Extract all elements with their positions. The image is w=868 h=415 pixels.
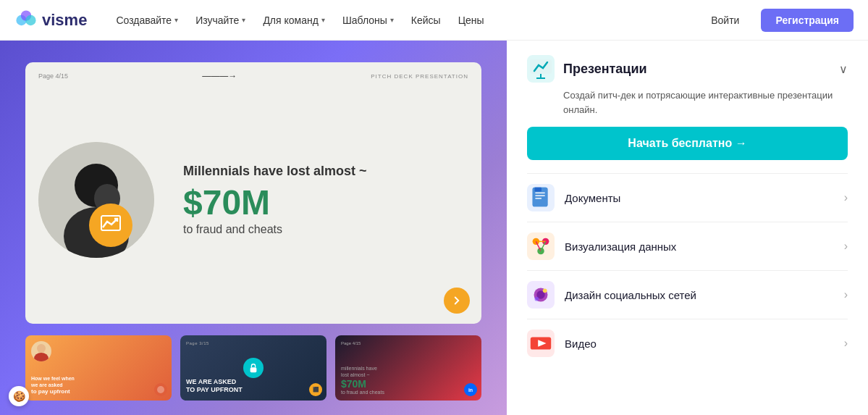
nav-teams-label: Для команд: [263, 14, 319, 26]
svg-point-29: [543, 288, 547, 293]
logo-text: visme: [42, 11, 87, 30]
social-icon-svg: [528, 282, 554, 308]
data-viz-label: Визуализация данных: [565, 240, 676, 253]
video-label: Видео: [565, 338, 597, 350]
thumbnail-1[interactable]: How we feel whenwe are asked to pay upfr…: [25, 335, 172, 401]
register-button[interactable]: Регистрация: [761, 9, 854, 32]
card-page-info: Page 4/15: [38, 72, 68, 80]
nav-create-chevron: ▾: [174, 16, 178, 24]
nav-item-pricing[interactable]: Цены: [451, 10, 492, 30]
chart-down-icon: [100, 214, 122, 236]
thumbnail-row: How we feel whenwe are asked to pay upfr…: [25, 335, 481, 401]
nav-cases-label: Кейсы: [411, 14, 441, 26]
card-subtext: to fraud and cheats: [183, 223, 468, 236]
nav-create-label: Создавайте: [116, 14, 172, 26]
svg-point-8: [37, 344, 46, 353]
documents-left: Документы: [527, 184, 620, 211]
presentations-description: Создай питч-дек и потрясающие интерактив…: [527, 88, 848, 117]
orange-icon-circle: [89, 204, 132, 247]
card-next-button[interactable]: [444, 288, 470, 314]
logo-icon: [14, 9, 38, 32]
cookie-button[interactable]: 🍪: [9, 386, 29, 406]
document-icon-svg: [528, 185, 554, 211]
thumbnail-2[interactable]: Page 3/15 WE ARE ASKEDTO PAY UPFRONT ⬛: [180, 335, 326, 401]
social-chevron: ›: [844, 288, 848, 301]
data-viz-icon: [527, 232, 555, 260]
nav-items: Создавайте ▾ Изучайте ▾ Для команд ▾ Шаб…: [109, 10, 698, 30]
nav-templates-label: Шаблоны: [342, 14, 387, 26]
social-icon: [527, 281, 555, 309]
right-panel: Презентации ∨ Создай питч-дек и потрясаю…: [507, 41, 868, 415]
start-free-button[interactable]: Начать бесплатно →: [527, 127, 848, 160]
documents-section[interactable]: Документы ›: [527, 173, 848, 222]
nav-item-create[interactable]: Создавайте ▾: [109, 10, 185, 30]
presentations-icon: [527, 55, 555, 83]
presentations-title-area: Презентации: [527, 55, 647, 83]
thumbnail-3[interactable]: Page 4/15 millennials havelost almost ~ …: [335, 335, 481, 401]
svg-point-10: [157, 386, 164, 393]
nav-item-teams[interactable]: Для команд ▾: [256, 10, 332, 30]
nav-learn-chevron: ▾: [242, 16, 245, 24]
documents-label: Документы: [565, 192, 620, 204]
presentations-header: Презентации ∨: [527, 55, 848, 83]
nav-item-learn[interactable]: Изучайте ▾: [188, 10, 253, 30]
data-viz-chevron: ›: [844, 240, 848, 253]
video-section[interactable]: Видео ›: [527, 319, 848, 367]
card-headline: Millennials have lost almost ~: [183, 163, 468, 180]
lock-icon: [243, 358, 264, 378]
data-viz-left: Визуализация данных: [527, 232, 676, 260]
svg-rect-11: [250, 367, 257, 372]
card-image-area: [38, 142, 169, 258]
login-button[interactable]: Войти: [698, 9, 752, 32]
card-body: Millennials have lost almost ~ $70M to f…: [38, 88, 468, 311]
arrow-right-icon: [450, 294, 463, 307]
svg-point-23: [537, 248, 544, 254]
svg-rect-20: [534, 188, 541, 192]
svg-point-30: [534, 297, 539, 301]
logo[interactable]: visme: [14, 9, 87, 32]
video-chevron: ›: [844, 337, 848, 350]
social-section[interactable]: Дизайн социальных сетей ›: [527, 270, 848, 319]
video-icon-svg: [528, 330, 554, 356]
card-amount: $70M: [183, 185, 468, 220]
main-content: Page 4/15 ———→ PITCH DECK PRESENTATION: [0, 41, 868, 415]
nav-pricing-label: Цены: [458, 14, 484, 26]
video-left: Видео: [527, 330, 597, 357]
svg-point-9: [34, 353, 49, 361]
thumbnail-1-badge: [154, 383, 167, 396]
nav-item-cases[interactable]: Кейсы: [404, 10, 448, 30]
thumbnail-2-badge: ⬛: [309, 383, 322, 396]
nav-right: Войти Регистрация: [698, 9, 854, 32]
documents-icon: [527, 184, 555, 211]
social-left: Дизайн социальных сетей: [527, 281, 696, 309]
nav-teams-chevron: ▾: [321, 16, 325, 24]
navbar: visme Создавайте ▾ Изучайте ▾ Для команд…: [0, 0, 868, 41]
card-text-area: Millennials have lost almost ~ $70M to f…: [183, 163, 468, 236]
data-viz-section[interactable]: Визуализация данных ›: [527, 222, 848, 270]
thumbnail-3-badge: in: [464, 383, 477, 396]
presentation-icon-svg: [527, 55, 555, 83]
data-viz-icon-svg: [528, 233, 554, 259]
presentation-card: Page 4/15 ———→ PITCH DECK PRESENTATION: [25, 62, 481, 324]
presentations-title: Презентации: [563, 62, 647, 77]
presentations-section: Презентации ∨ Создай питч-дек и потрясаю…: [527, 55, 848, 160]
social-label: Дизайн социальных сетей: [565, 289, 696, 301]
left-panel: Page 4/15 ———→ PITCH DECK PRESENTATION: [0, 41, 507, 415]
nav-templates-chevron: ▾: [390, 16, 394, 24]
svg-point-2: [25, 14, 35, 25]
card-arrow: ———→: [202, 71, 237, 81]
nav-learn-label: Изучайте: [195, 14, 239, 26]
video-icon: [527, 330, 555, 357]
card-header: Page 4/15 ———→ PITCH DECK PRESENTATION: [38, 71, 468, 81]
nav-item-templates[interactable]: Шаблоны ▾: [335, 10, 401, 30]
documents-chevron: ›: [844, 191, 848, 204]
cookie-icon: 🍪: [13, 390, 25, 402]
card-type-label: PITCH DECK PRESENTATION: [371, 73, 468, 80]
presentations-chevron-down[interactable]: ∨: [839, 62, 848, 76]
